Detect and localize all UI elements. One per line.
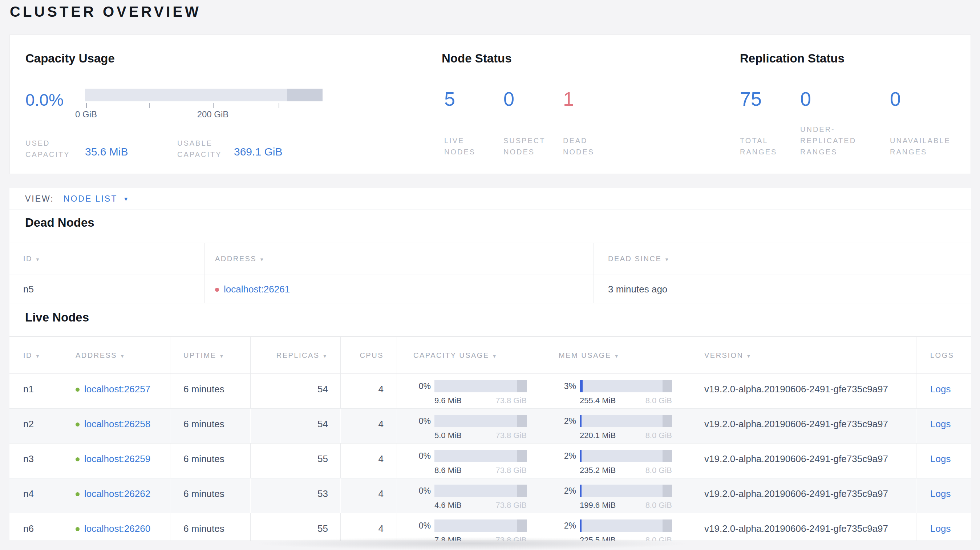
- mem-bar-reserved-segment: [663, 380, 672, 392]
- dead-nodes-count: 1: [563, 89, 617, 109]
- capacity-used-value: 8.6 MiB: [434, 466, 462, 475]
- node-list-section: Dead Nodes ID▼ ADDRESS▼ DEAD SINCE▼ n5 l…: [10, 210, 971, 541]
- capacity-percent-label: 0%: [414, 416, 431, 426]
- column-header-address[interactable]: ADDRESS▼: [205, 243, 593, 275]
- version-cell: v19.2.0-alpha.20190606-2491-gfe735c9a97: [691, 374, 916, 409]
- capacity-usage-cell: 0% 9.6 MiB 73.8 GiB: [397, 374, 542, 409]
- live-status-dot-icon: [76, 527, 80, 531]
- view-bar: VIEW: NODE LIST ▼: [10, 188, 971, 210]
- node-address-link[interactable]: localhost:26257: [84, 384, 150, 394]
- column-header-id[interactable]: ID▼: [10, 337, 62, 374]
- axis-tick-label: 200 GiB: [191, 109, 235, 119]
- live-nodes-header-row: ID▼ ADDRESS▼ UPTIME▼ REPLICAS▼ CPUS CAPA…: [10, 336, 971, 374]
- column-header-address[interactable]: ADDRESS▼: [62, 337, 170, 374]
- mem-total-value: 8.0 GiB: [646, 501, 672, 510]
- live-node-row: n1 localhost:26257 6 minutes 54 4 0%: [10, 374, 971, 409]
- logs-cell: Logs: [916, 374, 971, 409]
- live-node-row: n3 localhost:26259 6 minutes 55 4 0%: [10, 443, 971, 478]
- logs-link[interactable]: Logs: [930, 453, 951, 464]
- capacity-percent-label: 0%: [414, 382, 431, 391]
- suspect-nodes-count: 0: [503, 89, 558, 109]
- mem-bar-fill: [580, 380, 582, 392]
- capacity-usage-bar: [434, 415, 527, 427]
- capacity-total-value: 73.8 GiB: [495, 501, 527, 510]
- column-header-mem-usage[interactable]: MEM USAGE▼: [542, 337, 691, 374]
- cpus-cell: 4: [340, 374, 397, 409]
- live-nodes-count: 5: [444, 89, 499, 109]
- stat-live-nodes: 5 LIVE NODES: [444, 89, 499, 158]
- cpus-cell: 4: [340, 443, 397, 478]
- capacity-usage-cell: 0% 8.6 MiB 73.8 GiB: [397, 443, 542, 478]
- node-id-cell: n4: [10, 478, 62, 513]
- logs-cell: Logs: [916, 443, 971, 478]
- replicas-cell: 53: [250, 478, 340, 513]
- sort-desc-icon: ▼: [664, 257, 670, 262]
- axis-tick: [213, 103, 213, 108]
- capacity-percent-label: 0%: [414, 451, 431, 461]
- logs-link[interactable]: Logs: [930, 418, 951, 429]
- mem-usage-cell: 2% 199.6 MiB 8.0 GiB: [542, 478, 691, 513]
- stat-unavailable-ranges: 0 UNAVAILABLE RANGES: [890, 89, 970, 158]
- axis-tick: [278, 103, 279, 108]
- column-header-uptime[interactable]: UPTIME▼: [170, 337, 250, 374]
- live-status-dot-icon: [76, 457, 80, 461]
- sort-desc-icon: ▼: [259, 257, 265, 262]
- used-capacity-label: USED CAPACITY: [25, 138, 92, 160]
- stat-suspect-nodes: 0 SUSPECT NODES: [503, 89, 558, 158]
- sort-desc-icon: ▼: [746, 353, 752, 359]
- live-node-row: n2 localhost:26258 6 minutes 54 4 0%: [10, 409, 971, 443]
- live-node-row: n4 localhost:26262 6 minutes 53 4 0%: [10, 478, 971, 513]
- column-header-logs: LOGS: [916, 337, 971, 374]
- mem-percent-label: 3%: [558, 382, 576, 391]
- bottom-scroll-shadow: [254, 537, 690, 550]
- replicas-cell: 54: [250, 409, 340, 443]
- sort-desc-icon: ▼: [35, 257, 41, 262]
- suspect-nodes-label: SUSPECT NODES: [503, 135, 558, 158]
- version-cell: v19.2.0-alpha.20190606-2491-gfe735c9a97: [691, 513, 916, 541]
- uptime-cell: 6 minutes: [170, 513, 250, 541]
- mem-bar-fill: [580, 415, 582, 427]
- node-address-link[interactable]: localhost:26262: [84, 488, 150, 499]
- node-address-link[interactable]: localhost:26259: [84, 453, 150, 464]
- under-replicated-count: 0: [800, 89, 885, 109]
- axis-tick-label: 0 GiB: [64, 109, 108, 119]
- dead-since-cell: 3 minutes ago: [593, 275, 971, 303]
- capacity-usage-bar: [434, 380, 527, 392]
- view-selector-dropdown[interactable]: NODE LIST ▼: [64, 194, 130, 204]
- node-address-link[interactable]: localhost:26261: [224, 284, 290, 295]
- capacity-percent: 0.0%: [25, 90, 64, 110]
- node-address-link[interactable]: localhost:26260: [84, 523, 150, 534]
- capacity-used-value: 9.6 MiB: [434, 396, 462, 405]
- node-address-link[interactable]: localhost:26258: [84, 418, 150, 429]
- mem-bar-fill: [580, 450, 582, 462]
- capacity-bar-reserved-segment: [287, 89, 323, 101]
- node-id-cell: n6: [10, 513, 62, 541]
- capacity-percent-label: 0%: [414, 521, 431, 531]
- column-header-dead-since[interactable]: DEAD SINCE▼: [593, 243, 971, 275]
- total-ranges-count: 75: [740, 89, 802, 109]
- column-header-id[interactable]: ID▼: [10, 243, 205, 275]
- mem-usage-cell: 3% 255.4 MiB 8.0 GiB: [542, 374, 691, 409]
- mem-usage-bar: [580, 380, 672, 392]
- sort-desc-icon: ▼: [614, 353, 620, 359]
- logs-link[interactable]: Logs: [930, 384, 951, 394]
- stat-under-replicated-ranges: 0 UNDER-REPLICATED RANGES: [800, 89, 885, 158]
- version-cell: v19.2.0-alpha.20190606-2491-gfe735c9a97: [691, 409, 916, 443]
- chevron-down-icon: ▼: [123, 196, 130, 202]
- logs-link[interactable]: Logs: [930, 488, 951, 499]
- capacity-usage-bar: [85, 89, 323, 101]
- column-header-replicas[interactable]: REPLICAS▼: [250, 337, 340, 374]
- capacity-bar-reserved-segment: [517, 520, 527, 532]
- replicas-cell: 54: [250, 374, 340, 409]
- sort-desc-icon: ▼: [220, 353, 225, 359]
- column-header-capacity-usage[interactable]: CAPACITY USAGE▼: [397, 337, 542, 374]
- column-header-version[interactable]: VERSION▼: [691, 337, 916, 374]
- sort-desc-icon: ▼: [492, 353, 498, 359]
- mem-total-value: 8.0 GiB: [646, 466, 672, 475]
- mem-used-value: 255.4 MiB: [580, 396, 616, 405]
- logs-link[interactable]: Logs: [930, 523, 951, 534]
- capacity-bar-reserved-segment: [517, 380, 527, 392]
- node-id-cell: n5: [10, 275, 205, 303]
- live-status-dot-icon: [76, 492, 80, 496]
- node-address-cell: localhost:26259: [62, 443, 170, 478]
